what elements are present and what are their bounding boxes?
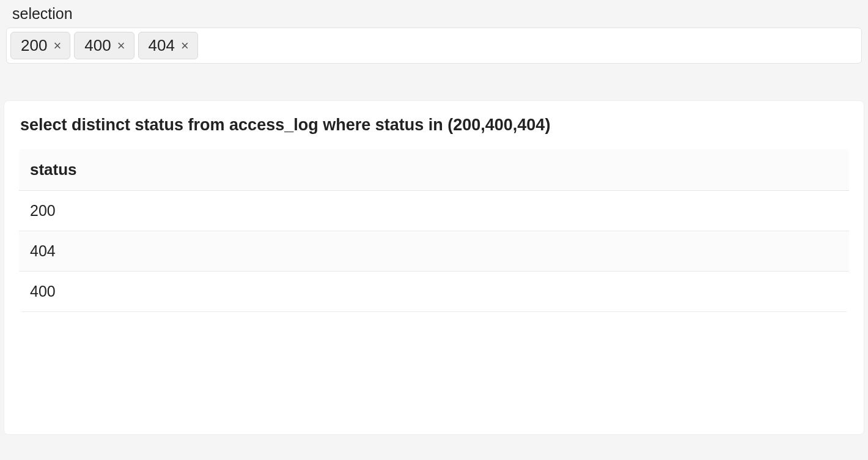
column-header-status[interactable]: status	[19, 149, 849, 191]
results-table: status 200 404 400	[19, 149, 849, 312]
cell-status: 200	[19, 191, 849, 231]
selection-chip[interactable]: 404 ×	[138, 32, 198, 59]
selection-label: selection	[12, 5, 864, 23]
table-row: 200	[19, 191, 849, 231]
selection-chip[interactable]: 200 ×	[10, 32, 70, 59]
table-row: 404	[19, 231, 849, 272]
selection-multiselect[interactable]: 200 × 400 × 404 ×	[6, 28, 862, 64]
close-icon[interactable]: ×	[181, 38, 189, 54]
chip-value: 404	[149, 36, 175, 55]
cell-status: 400	[19, 272, 849, 312]
cell-status: 404	[19, 231, 849, 272]
table-row: 400	[19, 272, 849, 312]
close-icon[interactable]: ×	[53, 38, 61, 54]
query-text: select distinct status from access_log w…	[20, 116, 849, 135]
chip-value: 400	[84, 36, 111, 55]
results-card: select distinct status from access_log w…	[4, 100, 864, 435]
chip-value: 200	[21, 36, 47, 55]
selection-chip[interactable]: 400 ×	[74, 32, 134, 59]
close-icon[interactable]: ×	[117, 38, 125, 54]
